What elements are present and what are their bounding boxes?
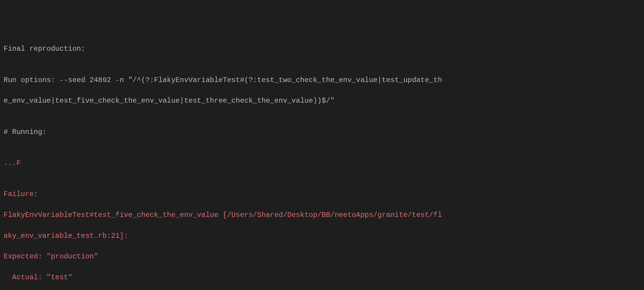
failure-location-line1: FlakyEnvVariableTest#test_five_check_the… [4, 210, 640, 220]
fail-marker: F [16, 159, 21, 167]
actual-value: Actual: "test" [4, 272, 640, 283]
test-progress: ...F [4, 158, 640, 169]
pass-dots: ... [4, 159, 16, 167]
expected-value: Expected: "production" [4, 252, 640, 262]
running-label: # Running: [4, 127, 640, 138]
run-options-line2: e_env_value|test_five_check_the_env_valu… [4, 96, 640, 106]
terminal-output: Final reproduction: Run options: --seed … [4, 44, 640, 290]
final-reproduction-label: Final reproduction: [4, 44, 640, 54]
failure-location-line2: aky_env_variable_test.rb:21]: [4, 231, 640, 241]
run-options-line1: Run options: --seed 24892 -n "/^(?:Flaky… [4, 75, 640, 86]
failure-label: Failure: [4, 189, 640, 200]
